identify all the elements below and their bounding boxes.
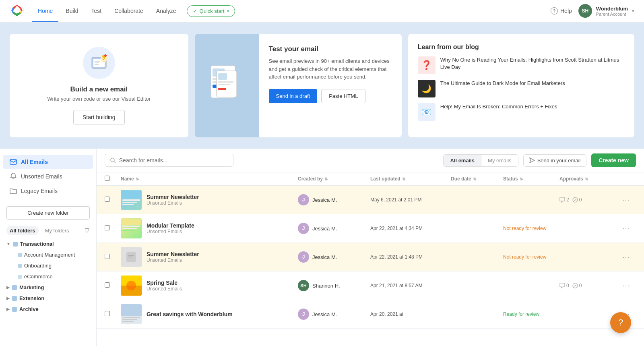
- sidebar-item-legacy[interactable]: Legacy Emails: [3, 184, 93, 198]
- hero-section: Build a new email Write your own code or…: [0, 23, 644, 149]
- table-row[interactable]: Great savings with Wonderblum J Jessica …: [97, 300, 644, 329]
- content-toolbar: All emails My emails Send in your email …: [97, 149, 644, 172]
- more-actions[interactable]: ⋯: [616, 195, 636, 204]
- help-fab[interactable]: ?: [610, 312, 631, 333]
- more-actions[interactable]: ⋯: [616, 253, 636, 261]
- status-header[interactable]: Status ⇅: [503, 176, 559, 182]
- create-new-button[interactable]: Create new: [591, 153, 636, 167]
- blog-text-2: The Ultimate Guide to Dark Mode for Emai…: [440, 80, 565, 87]
- more-actions[interactable]: ⋯: [616, 281, 636, 290]
- help-button[interactable]: ? Help: [551, 7, 572, 15]
- all-folders-tab[interactable]: All folders: [6, 226, 39, 235]
- hero-test-description: See email previews in 90+ email clients …: [269, 57, 392, 81]
- email-cell: Modular Template Unsorted Emails: [121, 218, 298, 238]
- tree-item-archive[interactable]: ▶ Archive: [3, 304, 93, 315]
- svg-rect-16: [218, 73, 227, 80]
- blog-thumb-3: 📧: [418, 103, 436, 121]
- folder-dot-ecommerce: [18, 275, 22, 279]
- table-row[interactable]: Spring Sale Unsorted Emails SH Shannon H…: [97, 271, 644, 300]
- my-emails-tab[interactable]: My emails: [481, 155, 518, 166]
- email-cell: Summer Newsletter Unsorted Emails: [121, 190, 298, 210]
- tree-item-extension[interactable]: ▶ Extension: [3, 293, 93, 304]
- build-icon: [83, 47, 115, 79]
- app-logo[interactable]: [10, 3, 24, 19]
- svg-rect-18: [218, 84, 230, 85]
- search-input[interactable]: [119, 157, 228, 164]
- search-box[interactable]: [105, 154, 233, 167]
- sidebar-item-all-emails[interactable]: All Emails: [3, 155, 93, 169]
- row-checkbox[interactable]: [105, 311, 121, 317]
- nav-collaborate[interactable]: Collaborate: [109, 0, 149, 21]
- svg-rect-20: [10, 160, 17, 164]
- svg-rect-30: [122, 226, 140, 227]
- due-date-header[interactable]: Due date ⇅: [451, 176, 503, 182]
- start-building-button[interactable]: Start building: [73, 110, 125, 124]
- email-name: Modular Template: [147, 222, 194, 229]
- svg-point-39: [573, 283, 578, 288]
- table-row[interactable]: Summer Newsletter Unsorted Emails J Jess…: [97, 243, 644, 271]
- approvals-cell: 0 0: [559, 283, 616, 288]
- folder-dot-transactional: [13, 242, 18, 247]
- table-row[interactable]: Summer Newsletter Unsorted Emails J Jess…: [97, 186, 644, 214]
- nav-links: Home Build Test Collaborate Analyze ✓ Qu…: [32, 0, 551, 21]
- table-row[interactable]: Modular Template Unsorted Emails J Jessi…: [97, 214, 644, 243]
- chevron-right-icon: ▶: [6, 285, 10, 290]
- email-thumbnail: [121, 304, 142, 324]
- all-emails-tab[interactable]: All emails: [444, 155, 481, 166]
- last-updated-header[interactable]: Last updated ⇅: [370, 176, 451, 182]
- row-checkbox[interactable]: [105, 282, 121, 289]
- svg-line-23: [114, 162, 116, 163]
- approvals-header[interactable]: Approvals ⇅: [559, 176, 616, 182]
- tree-child-onboarding[interactable]: Onboarding: [3, 260, 93, 271]
- email-thumbnail: [121, 190, 142, 210]
- svg-rect-17: [218, 81, 233, 83]
- sidebar-item-unsorted[interactable]: Unsorted Emails: [3, 170, 93, 183]
- nav-test[interactable]: Test: [86, 0, 107, 21]
- chevron-right-icon-arch: ▶: [6, 307, 10, 311]
- tree-child-account-mgmt[interactable]: Account Management: [3, 249, 93, 260]
- svg-rect-42: [122, 319, 137, 320]
- svg-rect-43: [122, 321, 134, 322]
- quick-start-button[interactable]: ✓ Quick start ▾: [187, 5, 235, 17]
- send-in-draft-button[interactable]: Send in a draft: [269, 89, 318, 103]
- more-actions[interactable]: ⋯: [616, 224, 636, 233]
- hero-test-image: [195, 34, 259, 137]
- filter-icon[interactable]: ⛉: [84, 228, 90, 234]
- blog-item-2[interactable]: 🌙 The Ultimate Guide to Dark Mode for Em…: [418, 80, 625, 97]
- email-cell: Great savings with Wonderblum: [121, 304, 298, 324]
- folder-dot-extension: [12, 296, 17, 301]
- tree-item-transactional[interactable]: ▼ Transactional: [3, 238, 93, 249]
- blog-item-1[interactable]: ❓ Why No One is Reading Your Emails: Hig…: [418, 56, 625, 74]
- created-by-header[interactable]: Created by ⇅: [298, 176, 370, 182]
- author-cell: SH Shannon H.: [298, 280, 370, 291]
- my-folders-tab[interactable]: My folders: [42, 226, 72, 235]
- hero-build-title: Build a new email: [70, 85, 128, 93]
- blog-thumb-2: 🌙: [418, 80, 436, 97]
- checkbox-header[interactable]: [105, 176, 121, 182]
- paste-html-button[interactable]: Paste HTML: [321, 89, 365, 103]
- svg-rect-27: [122, 204, 134, 205]
- tree-child-ecommerce[interactable]: eCommerce: [3, 271, 93, 282]
- status-cell: Not ready for review: [503, 226, 559, 231]
- date-cell: May 6, 2021 at 2:01 PM: [370, 197, 451, 203]
- name-header[interactable]: Name ⇅: [121, 176, 298, 182]
- nav-home[interactable]: Home: [32, 0, 58, 22]
- user-menu[interactable]: SH Wonderblum Parent Account ▾: [578, 4, 634, 18]
- date-cell: Apr 22, 2021 at 1:48 PM: [370, 254, 451, 260]
- author-cell: J Jessica M.: [298, 194, 370, 205]
- nav-build[interactable]: Build: [60, 0, 84, 21]
- row-checkbox[interactable]: [105, 197, 121, 203]
- help-icon: ?: [551, 7, 558, 15]
- blog-item-3[interactable]: 📧 Help! My Email Is Broken: Common Error…: [418, 103, 625, 121]
- status-cell: Ready for review: [503, 311, 559, 317]
- create-folder-button[interactable]: Create new folder: [6, 206, 90, 220]
- nav-analyze[interactable]: Analyze: [151, 0, 182, 21]
- author-avatar-shannon: SH: [298, 280, 309, 291]
- row-checkbox[interactable]: [105, 254, 121, 260]
- row-checkbox[interactable]: [105, 225, 121, 232]
- send-in-email-button[interactable]: Send in your email: [523, 154, 587, 167]
- email-name: Summer Newsletter: [147, 251, 199, 257]
- folder-dot-onboarding: [18, 264, 22, 268]
- tree-item-marketing[interactable]: ▶ Marketing: [3, 282, 93, 293]
- svg-rect-32: [122, 230, 134, 231]
